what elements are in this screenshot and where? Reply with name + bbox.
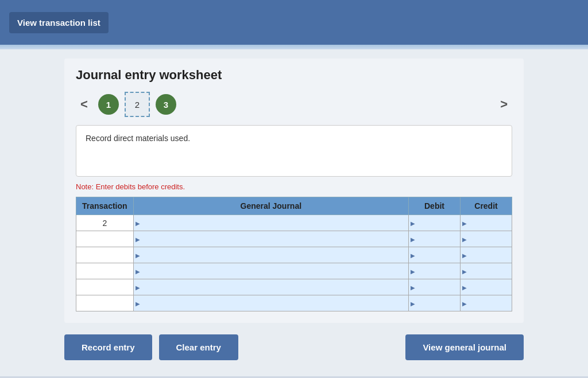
step-1-label: 1: [106, 100, 111, 110]
step-2-label: 2: [135, 100, 140, 110]
transaction-cell-6: [76, 295, 134, 311]
journal-cell-4[interactable]: [133, 263, 408, 279]
debit-input-3[interactable]: [409, 247, 460, 263]
credit-cell-5[interactable]: [461, 279, 512, 295]
description-box: Record direct materials used.: [76, 125, 512, 177]
step-navigation: < 1 2 3 >: [76, 92, 512, 117]
debit-cell-4[interactable]: [409, 263, 461, 279]
transaction-cell-4: [76, 263, 134, 279]
debit-input-2[interactable]: [409, 231, 460, 247]
step-3-label: 3: [164, 100, 168, 110]
view-general-journal-button[interactable]: View general journal: [405, 334, 524, 360]
next-arrow-area: >: [496, 95, 512, 114]
bottom-buttons: Record entry Clear entry View general jo…: [64, 334, 524, 360]
step-1-circle[interactable]: 1: [98, 94, 119, 115]
table-row: [76, 279, 512, 295]
debit-cell-5[interactable]: [409, 279, 461, 295]
record-entry-button[interactable]: Record entry: [64, 334, 152, 360]
journal-cell-2[interactable]: [133, 231, 408, 247]
credit-cell-2[interactable]: [461, 231, 512, 247]
view-transaction-button[interactable]: View transaction list: [9, 12, 109, 33]
debit-input-1[interactable]: [409, 215, 460, 231]
description-text: Record direct materials used.: [86, 134, 190, 143]
debit-input-4[interactable]: [409, 263, 460, 279]
col-debit: Debit: [409, 197, 461, 215]
transaction-cell-5: [76, 279, 134, 295]
table-row: 2: [76, 215, 512, 231]
table-row: [76, 231, 512, 247]
note-text: Note: Enter debits before credits.: [76, 182, 512, 191]
credit-input-1[interactable]: [461, 215, 512, 231]
worksheet-card: Journal entry worksheet < 1 2 3 > Record…: [64, 59, 524, 323]
credit-cell-3[interactable]: [461, 247, 512, 263]
credit-input-3[interactable]: [461, 247, 512, 263]
credit-input-6[interactable]: [461, 295, 512, 311]
journal-table: Transaction General Journal Debit Credit…: [76, 197, 512, 311]
journal-cell-3[interactable]: [133, 247, 408, 263]
col-transaction: Transaction: [76, 197, 134, 215]
debit-cell-6[interactable]: [409, 295, 461, 311]
credit-cell-1[interactable]: [461, 215, 512, 231]
debit-cell-1[interactable]: [409, 215, 461, 231]
main-content: Journal entry worksheet < 1 2 3 > Record…: [0, 49, 588, 376]
separator: [0, 45, 588, 49]
journal-input-6[interactable]: [134, 295, 408, 311]
journal-input-4[interactable]: [134, 263, 408, 279]
credit-input-5[interactable]: [461, 279, 512, 295]
credit-cell-6[interactable]: [461, 295, 512, 311]
step-2-box[interactable]: 2: [125, 92, 150, 117]
journal-input-1[interactable]: [134, 215, 408, 231]
clear-entry-button[interactable]: Clear entry: [159, 334, 238, 360]
step-3-circle[interactable]: 3: [156, 94, 176, 115]
transaction-cell-3: [76, 247, 134, 263]
debit-input-5[interactable]: [409, 279, 460, 295]
credit-input-4[interactable]: [461, 263, 512, 279]
journal-cell-5[interactable]: [133, 279, 408, 295]
prev-arrow-button[interactable]: <: [76, 95, 92, 114]
transaction-cell-1: 2: [76, 215, 134, 231]
journal-cell-1[interactable]: [133, 215, 408, 231]
journal-input-5[interactable]: [134, 279, 408, 295]
journal-input-3[interactable]: [134, 247, 408, 263]
table-header-row: Transaction General Journal Debit Credit: [76, 197, 512, 215]
table-row: [76, 263, 512, 279]
journal-cell-6[interactable]: [133, 295, 408, 311]
debit-cell-3[interactable]: [409, 247, 461, 263]
debit-cell-2[interactable]: [409, 231, 461, 247]
transaction-cell-2: [76, 231, 134, 247]
table-row: [76, 247, 512, 263]
debit-input-6[interactable]: [409, 295, 460, 311]
worksheet-title: Journal entry worksheet: [76, 68, 512, 83]
journal-input-2[interactable]: [134, 231, 408, 247]
table-row: [76, 295, 512, 311]
credit-input-2[interactable]: [461, 231, 512, 247]
col-credit: Credit: [461, 197, 512, 215]
top-bar: View transaction list: [0, 0, 588, 45]
credit-cell-4[interactable]: [461, 263, 512, 279]
col-general-journal: General Journal: [133, 197, 408, 215]
next-arrow-button[interactable]: >: [496, 95, 512, 114]
